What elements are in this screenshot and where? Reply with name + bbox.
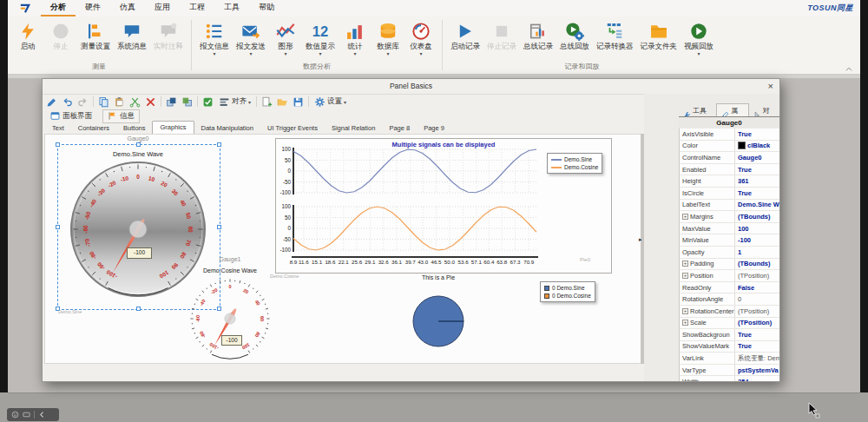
property-value[interactable]: Gauge0 — [735, 154, 779, 162]
property-row-ShowValueMark[interactable]: ShowValueMarkTrue — [680, 341, 779, 353]
screen-overlay-toolbar[interactable] — [7, 408, 59, 421]
bring-front-button[interactable] — [164, 96, 179, 109]
ribbon-item-总线记录[interactable]: 总线记录 — [520, 20, 556, 53]
property-row-Height[interactable]: Height361 — [680, 175, 779, 188]
send-back-button[interactable] — [180, 96, 194, 109]
ribbon-item-数据库[interactable]: 数据库▾ — [372, 20, 404, 57]
property-row-ShowBackgroun[interactable]: ShowBackgrounTrue — [680, 329, 779, 341]
property-value[interactable]: 1 — [735, 248, 779, 256]
property-row-Position[interactable]: +Position(TPosition) — [680, 270, 779, 282]
cut-button[interactable] — [128, 96, 142, 109]
menu-item-应用[interactable]: 应用 — [145, 0, 180, 16]
align-button[interactable]: 对齐▾ — [216, 96, 253, 109]
menu-item-工程[interactable]: 工程 — [180, 0, 214, 16]
tab-data-manipulation[interactable]: Data Manipulation — [194, 122, 260, 134]
tab-ui-trigger-events[interactable]: UI Trigger Events — [260, 122, 325, 134]
property-row-RotationAngle[interactable]: RotationAngle0 — [680, 293, 779, 306]
property-value[interactable]: (TPosition) — [735, 272, 779, 280]
splitter-collapse-icon[interactable]: ▸ — [639, 236, 642, 243]
property-value[interactable]: 系统变量: Dem — [735, 354, 779, 363]
dialog-titlebar[interactable]: Panel Basics × — [43, 79, 779, 95]
property-value[interactable]: clBlack — [735, 142, 779, 149]
property-row-Enabled[interactable]: EnabledTrue — [680, 164, 779, 176]
property-row-Scale[interactable]: +Scale(TPosition) — [680, 318, 779, 330]
ribbon-item-数值显示[interactable]: 12数值显示▾ — [302, 20, 339, 57]
ribbon-item-统计[interactable]: 统计▾ — [339, 20, 372, 57]
property-value[interactable]: Demo.Sine W — [735, 201, 779, 208]
property-value[interactable]: -100 — [735, 236, 779, 244]
chevron-down-icon[interactable]: ▾ — [697, 52, 700, 56]
property-row-MaxValue[interactable]: MaxValue100 — [680, 223, 779, 235]
close-icon[interactable]: × — [768, 80, 773, 93]
property-value[interactable]: 361 — [735, 177, 779, 185]
property-row-Opacity[interactable]: Opacity1 — [680, 247, 779, 259]
menu-item-硬件[interactable]: 硬件 — [76, 0, 110, 16]
expand-icon[interactable]: + — [682, 214, 688, 220]
property-row-Margins[interactable]: +Margins(TBounds) — [680, 211, 779, 223]
property-row-Color[interactable]: ColorclBlack — [680, 141, 779, 153]
property-value[interactable]: (TBounds) — [735, 260, 779, 267]
panel-canvas[interactable]: Gauge0 Demo.Sine Wave -100-90-80-70-60-5… — [44, 134, 641, 364]
menu-item-分析[interactable]: 分析 — [41, 0, 76, 16]
show-check-button[interactable] — [201, 96, 215, 109]
property-row-ReadOnly[interactable]: ReadOnlyFalse — [680, 282, 779, 294]
chevron-down-icon[interactable]: ▾ — [419, 52, 422, 56]
selection-handle[interactable] — [56, 142, 60, 147]
copy-button[interactable] — [96, 96, 111, 109]
line-chart-panel[interactable]: Multiple signals can be displayed 100500… — [275, 138, 612, 274]
tab-signal-relation[interactable]: Signal Relation — [325, 122, 382, 134]
delete-button[interactable] — [143, 96, 158, 109]
open-button[interactable] — [275, 96, 290, 109]
edit-mode-button[interactable] — [44, 96, 59, 109]
selection-handle[interactable] — [56, 225, 60, 229]
property-value[interactable]: True — [735, 331, 779, 339]
tab-containers[interactable]: Containers — [71, 122, 116, 134]
selection-handle[interactable] — [217, 225, 221, 229]
property-row-VarLink[interactable]: VarLink系统变量: Dem — [680, 353, 779, 365]
selection-handle[interactable] — [136, 307, 141, 311]
undo-button[interactable] — [60, 96, 75, 109]
tab-graphics[interactable]: Graphics — [152, 121, 194, 134]
ribbon-item-记录转换器[interactable]: 记录转换器 — [593, 20, 637, 53]
property-row-IsCircle[interactable]: IsCircleTrue — [680, 188, 779, 200]
property-value[interactable]: (TPosition) — [735, 319, 779, 326]
ribbon-item-图形[interactable]: 图形▾ — [269, 20, 302, 57]
smiley-icon[interactable] — [11, 411, 19, 419]
tab-page-8[interactable]: Page 8 — [382, 122, 417, 134]
tab-page-9[interactable]: Page 9 — [417, 122, 451, 134]
ribbon-item-测量设置[interactable]: 测量设置 — [77, 20, 114, 53]
property-value[interactable]: pstSystemVa — [735, 366, 779, 374]
chevron-down-icon[interactable]: ▾ — [386, 52, 389, 56]
property-value[interactable]: (TPosition) — [735, 307, 779, 315]
expand-icon[interactable]: + — [682, 320, 688, 326]
chevron-down-icon[interactable]: ▾ — [353, 52, 356, 56]
ribbon-collapse-button[interactable] — [845, 62, 853, 70]
property-value[interactable]: 354 — [735, 378, 779, 381]
property-row-MinValue[interactable]: MinValue-100 — [680, 234, 779, 247]
property-value[interactable]: True — [735, 189, 779, 197]
property-row-ControlName[interactable]: ControlNameGauge0 — [680, 152, 779, 164]
menu-item-工具[interactable]: 工具 — [214, 0, 249, 16]
ribbon-item-记录文件夹[interactable]: 记录文件夹 — [637, 20, 681, 53]
doc-tab-面板界面[interactable]: 面板界面 — [45, 109, 97, 123]
ribbon-item-仪表盘[interactable]: 仪表盘▾ — [404, 20, 437, 57]
settings-button[interactable]: 设置▾ — [312, 96, 349, 109]
menu-item-仿真[interactable]: 仿真 — [110, 0, 145, 16]
save-button[interactable] — [291, 96, 306, 109]
ribbon-item-报文发送[interactable]: 报文发送▾ — [233, 20, 269, 57]
collapse-left-icon[interactable] — [38, 411, 46, 419]
selection-handle[interactable] — [217, 142, 221, 147]
ribbon-item-系统消息[interactable]: 系统消息 — [114, 20, 150, 53]
property-row-Width[interactable]: Width354 — [680, 376, 779, 381]
property-row-Padding[interactable]: +Padding(TBounds) — [680, 259, 779, 271]
ribbon-item-总线回放[interactable]: 总线回放 — [556, 20, 593, 53]
paste-button[interactable] — [112, 96, 127, 109]
tab-buttons[interactable]: Buttons — [116, 122, 152, 134]
chevron-down-icon[interactable]: ▾ — [249, 52, 252, 56]
tab-text[interactable]: Text — [45, 122, 71, 134]
chevron-down-icon[interactable]: ▾ — [319, 52, 321, 56]
chevron-down-icon[interactable]: ▾ — [284, 52, 286, 56]
keyboard-icon[interactable] — [23, 411, 30, 419]
property-value[interactable]: False — [735, 284, 779, 292]
property-value[interactable]: 100 — [735, 225, 779, 233]
